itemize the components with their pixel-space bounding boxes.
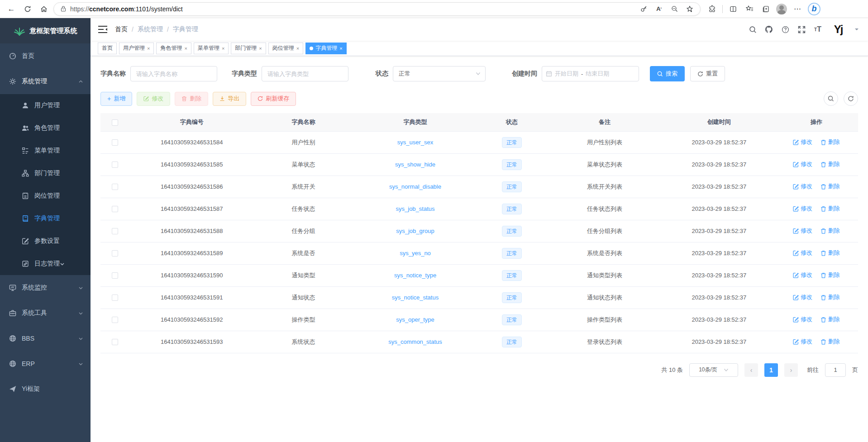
app-logo[interactable]: 意框架管理系统 [0,18,91,43]
browser-menu-icon[interactable]: ⋯ [792,3,803,15]
user-avatar-logo[interactable]: Yj [830,22,846,37]
github-icon[interactable] [765,25,773,33]
row-edit-button[interactable]: 修改 [793,160,812,168]
row-edit-button[interactable]: 修改 [793,271,812,279]
row-checkbox[interactable] [112,250,118,257]
tag-home[interactable]: 首页 [98,43,117,54]
avatar-caret-icon[interactable] [854,28,859,31]
status-select[interactable]: 正常 [393,66,486,81]
row-checkbox[interactable] [112,139,118,146]
next-page-button[interactable]: › [784,363,798,377]
sidebar-item-home[interactable]: 首页 [0,43,91,69]
tag-user-mgmt[interactable]: 用户管理× [119,43,154,54]
browser-home-button[interactable] [37,2,51,16]
row-edit-button[interactable]: 修改 [793,204,812,213]
row-checkbox[interactable] [112,228,118,234]
row-edit-button[interactable]: 修改 [793,138,812,146]
row-checkbox[interactable] [112,339,118,345]
tag-dept-mgmt[interactable]: 部门管理× [231,43,266,54]
row-delete-button[interactable]: 删除 [820,249,840,257]
row-delete-button[interactable]: 删除 [820,138,840,146]
refresh-table-button[interactable] [844,91,858,106]
tag-close-icon[interactable]: × [259,46,262,51]
row-delete-button[interactable]: 删除 [820,182,840,190]
row-checkbox[interactable] [112,184,118,190]
read-aloud-icon[interactable]: A⁾ [653,3,665,15]
sidebar-item-log-mgmt[interactable]: 日志管理 [0,252,91,275]
browser-refresh-button[interactable] [21,2,34,16]
refresh-cache-button[interactable]: 刷新缓存 [251,92,296,106]
dict-type-link[interactable]: sys_common_status [388,338,442,345]
tag-close-icon[interactable]: × [147,46,150,51]
dict-type-link[interactable]: sys_notice_status [392,294,439,301]
header-search-icon[interactable] [749,25,757,33]
dict-type-link[interactable]: sys_oper_type [396,316,434,323]
row-delete-button[interactable]: 删除 [820,227,840,235]
sidebar-item-system-tools[interactable]: 系统工具 [0,300,91,326]
breadcrumb-home[interactable]: 首页 [115,25,128,33]
tag-menu-mgmt[interactable]: 菜单管理× [194,43,229,54]
row-edit-button[interactable]: 修改 [793,337,812,346]
sidebar-item-user-mgmt[interactable]: 用户管理 [0,94,91,117]
reset-button[interactable]: 重置 [690,66,725,81]
tag-close-icon[interactable]: × [184,46,187,51]
tag-post-mgmt[interactable]: 岗位管理× [268,43,303,54]
favorites-icon[interactable] [744,3,755,15]
split-screen-icon[interactable] [727,3,739,15]
fullscreen-icon[interactable] [797,25,806,33]
delete-button[interactable]: 删除 [175,92,208,106]
row-delete-button[interactable]: 删除 [820,337,840,346]
row-checkbox[interactable] [112,317,118,323]
search-button[interactable]: 搜索 [650,66,685,81]
row-edit-button[interactable]: 修改 [793,315,812,323]
sidebar-item-role-mgmt[interactable]: 角色管理 [0,117,91,139]
page-number-button[interactable]: 1 [764,363,778,377]
browser-profile-avatar[interactable] [776,4,787,14]
sidebar-item-post-mgmt[interactable]: 岗位管理 [0,185,91,207]
dict-type-link[interactable]: sys_user_sex [397,139,433,146]
export-button[interactable]: 导出 [213,92,246,106]
row-delete-button[interactable]: 删除 [820,271,840,279]
date-range-picker[interactable]: 开始日期 - 结束日期 [542,66,639,81]
sidebar-item-menu-mgmt[interactable]: 菜单管理 [0,139,91,162]
goto-page-input[interactable] [825,363,846,377]
password-key-icon[interactable] [638,3,649,15]
dict-type-link[interactable]: sys_show_hide [395,161,435,168]
row-checkbox[interactable] [112,162,118,168]
tag-close-icon[interactable]: × [222,46,224,51]
bing-chat-icon[interactable]: b [808,3,820,15]
tag-role-mgmt[interactable]: 角色管理× [156,43,191,54]
row-delete-button[interactable]: 删除 [820,160,840,168]
tag-close-icon[interactable]: × [339,46,342,51]
row-edit-button[interactable]: 修改 [793,227,812,235]
dict-type-link[interactable]: sys_job_status [396,205,435,212]
address-bar[interactable]: https://ccnetcore.com:1101/system/dict A… [53,2,701,16]
tag-close-icon[interactable]: × [296,46,299,51]
prev-page-button[interactable]: ‹ [744,363,758,377]
sidebar-item-bbs[interactable]: BBS [0,326,91,351]
row-checkbox[interactable] [112,295,118,301]
breadcrumb-system[interactable]: 系统管理 [138,25,163,33]
sidebar-collapse-icon[interactable] [98,25,108,33]
collections-icon[interactable] [760,3,772,15]
sidebar-item-yi-framework[interactable]: Yi框架 [0,376,91,402]
show-search-toggle-button[interactable] [824,91,838,106]
help-icon[interactable] [781,25,789,33]
row-edit-button[interactable]: 修改 [793,182,812,190]
row-delete-button[interactable]: 删除 [820,293,840,301]
edit-button[interactable]: 修改 [137,92,170,106]
sidebar-item-system-mgmt[interactable]: 系统管理 [0,69,91,94]
sidebar-item-dept-mgmt[interactable]: 部门管理 [0,162,91,185]
row-delete-button[interactable]: 删除 [820,204,840,213]
select-all-checkbox[interactable] [112,119,118,126]
page-size-select[interactable]: 10条/页 [689,363,738,377]
dict-type-link[interactable]: sys_yes_no [400,250,431,257]
dict-type-link[interactable]: sys_job_group [396,228,434,234]
row-edit-button[interactable]: 修改 [793,249,812,257]
dict-type-input[interactable] [262,66,348,81]
dict-name-input[interactable] [130,66,217,81]
dict-type-link[interactable]: sys_notice_type [394,272,436,279]
row-edit-button[interactable]: 修改 [793,293,812,301]
tag-dict-mgmt[interactable]: 字典管理× [305,43,346,54]
font-size-icon[interactable]: TT [814,25,822,33]
